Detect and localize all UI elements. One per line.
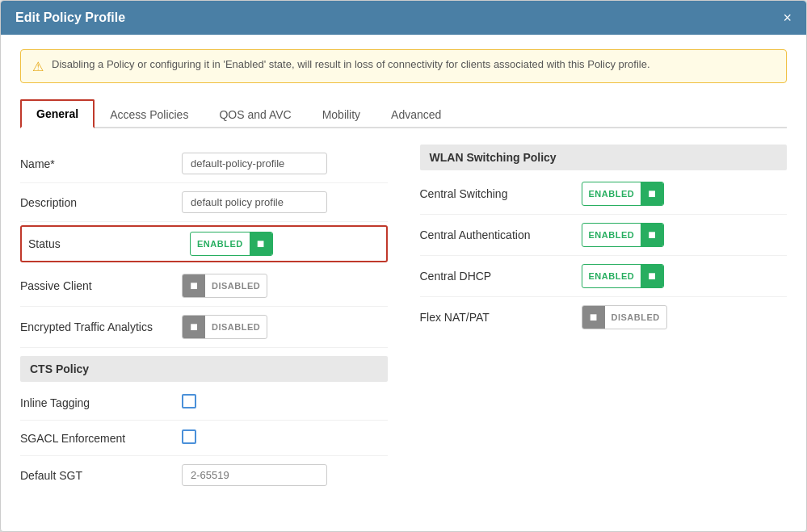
central-authentication-row: Central Authentication ENABLED ■ bbox=[420, 215, 788, 256]
central-dhcp-row: Central DHCP ENABLED ■ bbox=[420, 256, 788, 297]
flex-nat-pat-value: ■ DISABLED bbox=[582, 305, 788, 329]
toggle-checkmark: ■ bbox=[257, 237, 265, 251]
tab-qos-avc[interactable]: QOS and AVC bbox=[204, 99, 306, 128]
tab-access-policies[interactable]: Access Policies bbox=[95, 99, 204, 128]
name-row: Name* bbox=[20, 145, 388, 183]
status-toggle-indicator: ■ bbox=[250, 232, 272, 255]
flex-nat-pat-indicator: ■ bbox=[582, 306, 605, 329]
inline-tagging-checkbox[interactable] bbox=[182, 394, 196, 408]
status-toggle[interactable]: ENABLED ■ bbox=[190, 232, 273, 256]
passive-client-row: Passive Client ■ DISABLED bbox=[20, 266, 388, 307]
sgacl-enforcement-checkbox[interactable] bbox=[182, 429, 196, 444]
inline-tagging-row: Inline Tagging bbox=[20, 385, 388, 421]
name-input[interactable] bbox=[182, 153, 327, 174]
sgacl-enforcement-label: SGACL Enforcement bbox=[20, 432, 182, 445]
encrypted-traffic-row: Encrypted Traffic Analytics ■ DISABLED bbox=[20, 307, 388, 348]
default-sgt-input[interactable] bbox=[182, 464, 327, 486]
name-label: Name* bbox=[20, 157, 182, 170]
sgacl-enforcement-value bbox=[182, 429, 388, 446]
tab-advanced[interactable]: Advanced bbox=[376, 99, 456, 128]
flex-nat-pat-row: Flex NAT/PAT ■ DISABLED bbox=[420, 297, 788, 337]
description-input[interactable] bbox=[182, 191, 327, 213]
passive-client-label: Passive Client bbox=[20, 279, 182, 292]
central-dhcp-indicator: ■ bbox=[641, 265, 663, 287]
description-label: Description bbox=[20, 196, 182, 209]
passive-client-value: ■ DISABLED bbox=[182, 274, 388, 298]
toggle-icon-fnp: ■ bbox=[590, 310, 598, 325]
status-value: ENABLED ■ bbox=[190, 232, 380, 256]
central-dhcp-toggle[interactable]: ENABLED ■ bbox=[582, 264, 665, 288]
default-sgt-value bbox=[182, 464, 388, 486]
description-row: Description bbox=[20, 183, 388, 222]
passive-client-indicator: ■ bbox=[183, 274, 205, 297]
status-row: Status ENABLED ■ bbox=[20, 225, 388, 262]
central-dhcp-value: ENABLED ■ bbox=[582, 264, 788, 288]
modal-body: ⚠ Disabling a Policy or configuring it i… bbox=[1, 35, 806, 531]
central-dhcp-text: ENABLED bbox=[582, 268, 641, 284]
encrypted-traffic-value: ■ DISABLED bbox=[182, 315, 388, 339]
default-sgt-label: Default SGT bbox=[20, 469, 182, 482]
central-authentication-value: ENABLED ■ bbox=[582, 223, 788, 247]
central-authentication-indicator: ■ bbox=[641, 224, 663, 246]
status-text: ENABLED bbox=[191, 236, 250, 252]
tab-mobility[interactable]: Mobility bbox=[307, 99, 376, 128]
central-switching-row: Central Switching ENABLED ■ bbox=[420, 174, 788, 215]
content-grid: Name* Description Status bbox=[20, 145, 787, 494]
flex-nat-pat-text: DISABLED bbox=[605, 309, 666, 325]
toggle-square2: ■ bbox=[190, 320, 198, 334]
central-dhcp-label: Central DHCP bbox=[420, 270, 582, 283]
right-column: WLAN Switching Policy Central Switching … bbox=[420, 145, 788, 494]
wlan-switching-policy-header: WLAN Switching Policy bbox=[420, 145, 788, 170]
central-switching-value: ENABLED ■ bbox=[582, 182, 788, 206]
toggle-square: ■ bbox=[190, 279, 198, 293]
encrypted-traffic-indicator: ■ bbox=[183, 316, 205, 338]
modal-title: Edit Policy Profile bbox=[15, 10, 125, 25]
name-value bbox=[182, 153, 388, 174]
inline-tagging-label: Inline Tagging bbox=[20, 396, 182, 409]
central-switching-label: Central Switching bbox=[420, 187, 582, 200]
status-label: Status bbox=[28, 237, 190, 250]
modal-header: Edit Policy Profile × bbox=[1, 1, 806, 35]
cts-policy-header: CTS Policy bbox=[20, 356, 388, 382]
toggle-icon-cs: ■ bbox=[648, 186, 656, 201]
passive-client-text: DISABLED bbox=[205, 278, 267, 294]
inline-tagging-value bbox=[182, 394, 388, 411]
encrypted-traffic-label: Encrypted Traffic Analytics bbox=[20, 320, 182, 333]
flex-nat-pat-toggle[interactable]: ■ DISABLED bbox=[582, 305, 667, 329]
modal-close-button[interactable]: × bbox=[783, 10, 792, 25]
warning-icon: ⚠ bbox=[32, 59, 44, 74]
warning-text: Disabling a Policy or configuring it in … bbox=[52, 58, 650, 70]
central-switching-toggle[interactable]: ENABLED ■ bbox=[582, 182, 665, 206]
tab-general[interactable]: General bbox=[20, 99, 95, 128]
central-authentication-text: ENABLED bbox=[582, 227, 641, 243]
central-switching-indicator: ■ bbox=[641, 182, 663, 205]
sgacl-enforcement-row: SGACL Enforcement bbox=[20, 421, 388, 456]
toggle-icon-cd: ■ bbox=[648, 269, 656, 283]
toggle-icon-ca: ■ bbox=[648, 228, 656, 242]
warning-banner: ⚠ Disabling a Policy or configuring it i… bbox=[20, 49, 787, 83]
central-switching-text: ENABLED bbox=[582, 186, 641, 202]
tab-bar: General Access Policies QOS and AVC Mobi… bbox=[20, 99, 787, 128]
encrypted-traffic-text: DISABLED bbox=[205, 319, 267, 335]
passive-client-toggle[interactable]: ■ DISABLED bbox=[182, 274, 267, 298]
description-value bbox=[182, 191, 388, 213]
default-sgt-row: Default SGT bbox=[20, 456, 388, 494]
flex-nat-pat-label: Flex NAT/PAT bbox=[420, 311, 582, 324]
edit-policy-profile-modal: Edit Policy Profile × ⚠ Disabling a Poli… bbox=[0, 0, 807, 532]
left-column: Name* Description Status bbox=[20, 145, 388, 494]
encrypted-traffic-toggle[interactable]: ■ DISABLED bbox=[182, 315, 267, 339]
central-authentication-toggle[interactable]: ENABLED ■ bbox=[582, 223, 665, 247]
central-authentication-label: Central Authentication bbox=[420, 228, 582, 241]
